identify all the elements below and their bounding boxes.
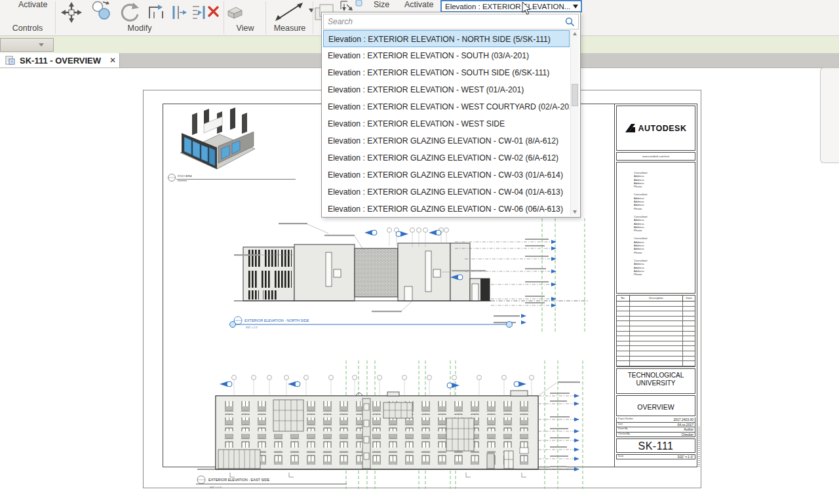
dropdown-item[interactable]: Elevation : EXTERIOR ELEVATION - SOUTH S… xyxy=(323,64,570,81)
viewport-title-axon[interactable]: STUDY AREA xyxy=(167,172,298,183)
viewport-selector-combobox[interactable]: Elevation : EXTERIOR ELEVATION... xyxy=(440,0,582,12)
ribbon-group-modify: Modify xyxy=(55,24,224,34)
measure-icon[interactable] xyxy=(273,1,307,23)
scale-row: Scale 3/32" = 1'-0" xyxy=(616,454,695,459)
project-number-label: Project Number xyxy=(618,417,633,420)
options-dropdown[interactable] xyxy=(0,38,54,52)
drawn-by-value: Author xyxy=(684,427,693,431)
tab-sk111-overview[interactable]: SK-111 - OVERVIEW ✕ xyxy=(0,53,120,68)
date-value: 04.xx.2017 xyxy=(678,423,693,427)
scrollbar-thumb[interactable] xyxy=(572,84,578,106)
ribbon-group-view: View xyxy=(224,24,266,34)
offset-left-icon[interactable] xyxy=(170,5,187,20)
autodesk-logo-text: AUTODESK xyxy=(638,124,687,133)
sheet-icon xyxy=(5,56,15,65)
tab-title: SK-111 - OVERVIEW xyxy=(20,56,101,66)
east-scale-text: 3/32" = 1'-0" xyxy=(210,486,222,489)
axon-title-text: STUDY AREA xyxy=(178,175,192,178)
dropdown-item[interactable]: Elevation : EXTERIOR ELEVATION - WEST CO… xyxy=(323,98,570,115)
viewport-dropdown: Elevation : EXTERIOR ELEVATION - NORTH S… xyxy=(321,12,581,218)
ribbon-separator xyxy=(55,1,56,34)
viewport-selector-value: Elevation : EXTERIOR ELEVATION... xyxy=(442,3,573,10)
chevron-down-icon xyxy=(39,43,44,47)
crop-size-icon[interactable] xyxy=(338,0,363,12)
ribbon-separator xyxy=(224,1,224,34)
scale-label: Scale xyxy=(618,455,623,457)
checked-by-label: Checked By xyxy=(618,433,630,435)
dropdown-item[interactable]: Elevation : EXTERIOR GLAZING ELEVATION -… xyxy=(323,166,570,184)
copy-icon[interactable] xyxy=(90,1,114,20)
mouse-cursor xyxy=(520,1,533,16)
dropdown-item[interactable]: Elevation : EXTERIOR GLAZING ELEVATION -… xyxy=(323,201,570,218)
dropdown-item[interactable]: Elevation : EXTERIOR ELEVATION - WEST SI… xyxy=(323,115,570,132)
titleblock-logo-box: AUTODESK xyxy=(616,106,695,151)
revision-table-header: No. Description Date xyxy=(617,296,695,301)
dropdown-item[interactable]: Elevation : EXTERIOR GLAZING ELEVATION -… xyxy=(323,132,570,149)
rev-col-no: No. xyxy=(617,296,630,301)
activate-button-label[interactable]: Activate xyxy=(18,0,47,9)
revision-table: No. Description Date xyxy=(616,295,695,367)
ribbon-group-measure: Measure xyxy=(266,24,313,34)
titleblock-website: www.autodesk.com/revit xyxy=(616,152,695,161)
dropdown-search xyxy=(323,14,579,29)
dropdown-scrollbar[interactable] xyxy=(570,30,579,216)
align-icon[interactable] xyxy=(147,3,166,21)
rotate-icon[interactable] xyxy=(117,1,142,22)
titleblock[interactable]: AUTODESK www.autodesk.com/revit Consulta… xyxy=(614,104,697,467)
dropdown-item[interactable]: Elevation : EXTERIOR ELEVATION - NORTH S… xyxy=(323,30,570,47)
navigation-bar: 2D ▾ ▾ xyxy=(820,68,839,163)
titleblock-consultants-box: Consultant Address Address Address Phone… xyxy=(616,162,695,294)
chevron-down-icon xyxy=(573,5,578,9)
scroll-down-icon[interactable] xyxy=(573,210,577,214)
consultant-block: Consultant Address Address Address Phone xyxy=(634,171,695,188)
dropdown-item[interactable]: Elevation : EXTERIOR ELEVATION - SOUTH (… xyxy=(323,47,570,64)
plot-stamp xyxy=(698,427,700,467)
dropdown-list: Elevation : EXTERIOR ELEVATION - NORTH S… xyxy=(323,30,570,216)
selection-grip[interactable] xyxy=(230,322,236,328)
selection-grip[interactable] xyxy=(507,322,513,328)
delete-icon[interactable] xyxy=(207,5,220,18)
north-title-text: EXTERIOR ELEVATION - NORTH SIDE xyxy=(244,319,309,322)
activate-view-button-label[interactable]: Activate xyxy=(404,0,433,9)
offset-right-icon[interactable] xyxy=(190,5,207,20)
search-icon xyxy=(565,17,575,27)
move-icon[interactable] xyxy=(60,2,83,23)
consultant-block: Consultant Address Address Address Phone xyxy=(634,215,695,232)
north-scale-text: 3/32" = 1'-0" xyxy=(246,326,258,329)
project-number-row: Project Number 2017.2423.00 xyxy=(616,417,695,423)
checked-by-value: Checker xyxy=(681,433,693,436)
dropdown-search-input[interactable] xyxy=(323,14,579,29)
viewport-east-elevation[interactable]: EXTERIOR ELEVATION - EAST SIDE 3/32" = 1… xyxy=(191,358,591,492)
ribbon-group-controls: Controls xyxy=(0,24,55,34)
scale-value: 3/32" = 1'-0" xyxy=(678,456,693,459)
view-box-icon[interactable] xyxy=(225,5,244,21)
autodesk-logo-icon xyxy=(625,124,636,133)
consultant-block: Consultant Address Address Address Phone xyxy=(634,259,695,276)
checked-by-row: Checked By Checker xyxy=(616,433,695,438)
ribbon-separator xyxy=(265,1,266,34)
rev-col-description: Description xyxy=(630,296,683,301)
east-title-text: EXTERIOR ELEVATION - EAST SIDE xyxy=(208,478,270,482)
viewport-north-elevation[interactable]: EXTERIOR ELEVATION - NORTH SIDE 3/32" = … xyxy=(229,217,593,335)
size-button-label[interactable]: Size xyxy=(374,0,389,9)
scroll-up-icon[interactable] xyxy=(573,32,577,35)
drawn-by-label: Drawn By xyxy=(618,427,627,430)
date-label: Date xyxy=(618,423,623,425)
date-row: Date 04.xx.2017 xyxy=(616,423,695,428)
project-number-value: 2017.2423.00 xyxy=(673,417,693,421)
dropdown-item[interactable]: Elevation : EXTERIOR GLAZING ELEVATION -… xyxy=(323,184,570,201)
viewport-3d-axon[interactable] xyxy=(166,106,264,179)
dropdown-item[interactable]: Elevation : EXTERIOR ELEVATION - WEST (0… xyxy=(323,81,570,98)
consultant-block: Consultant Address Address Address Phone xyxy=(634,237,695,254)
rev-col-date: Date xyxy=(683,296,695,301)
client-name: TECHNOLOGICAL UNIVERSITY xyxy=(616,368,695,394)
ribbon-separator xyxy=(313,1,313,34)
sheet-number: SK-111 xyxy=(616,438,695,453)
close-tab-icon[interactable]: ✕ xyxy=(109,56,116,65)
revit-window: Activate xyxy=(0,0,839,504)
drawn-by-row: Drawn By Author xyxy=(616,427,695,433)
consultant-block: Consultant Address Address Address Phone xyxy=(634,193,695,210)
dropdown-item[interactable]: Elevation : EXTERIOR GLAZING ELEVATION -… xyxy=(323,149,570,166)
sheet-title: OVERVIEW xyxy=(616,395,695,416)
view-reference-icon xyxy=(220,381,526,388)
